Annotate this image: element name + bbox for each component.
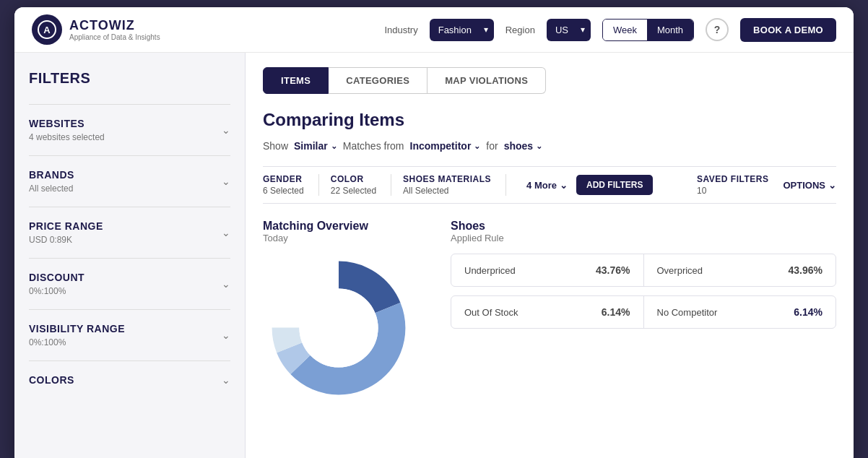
incompetitor-chevron-icon: ⌄ xyxy=(474,142,480,151)
filter-group-discount: DISCOUNT 0%:100% ⌄ xyxy=(29,258,230,309)
overpriced-label: Overpriced xyxy=(657,265,703,276)
donut-chart xyxy=(263,252,415,404)
stat-underpriced: Underpriced 43.76% xyxy=(451,254,644,286)
add-filters-button[interactable]: ADD FILTERS xyxy=(576,175,653,195)
filter-discount-title: DISCOUNT xyxy=(29,272,84,283)
options-label: OPTIONS xyxy=(783,180,825,191)
saved-filters-count: 10 xyxy=(697,186,768,196)
filter-group-websites-header[interactable]: WEBSITES 4 websites selected ⌄ xyxy=(29,118,230,142)
shoes-chevron-icon: ⌄ xyxy=(536,142,542,151)
filter-price-subtitle: USD 0:89K xyxy=(29,235,103,245)
nocompetitor-label: No Competitor xyxy=(657,307,718,318)
stats-area: Shoes Applied Rule Underpriced 43.76% Ov… xyxy=(451,220,836,407)
logo-area: A ACTOWIZ Appliance of Data & Insights xyxy=(32,14,160,45)
filter-brands-title: BRANDS xyxy=(29,169,74,181)
filters-title: FILTERS xyxy=(29,70,230,87)
saved-filters-area: SAVED FILTERS 10 OPTIONS ⌄ xyxy=(697,174,836,196)
colors-chevron-icon: ⌄ xyxy=(222,374,230,386)
logo-text: ACTOWIZ Appliance of Data & Insights xyxy=(69,18,160,41)
shoes-materials-filter: SHOES MATERIALS All Selected xyxy=(403,174,506,196)
week-btn[interactable]: Week xyxy=(603,20,647,40)
similar-label: Similar xyxy=(294,140,328,152)
region-label: Region xyxy=(505,25,535,35)
show-row: Show Similar ⌄ Matches from Incompetitor… xyxy=(263,140,836,152)
header: A ACTOWIZ Appliance of Data & Insights I… xyxy=(14,7,854,53)
overpriced-value: 43.96% xyxy=(789,264,823,276)
saved-filters-label: SAVED FILTERS xyxy=(697,174,768,184)
donut-inner-circle xyxy=(299,288,378,367)
saved-filters-info: SAVED FILTERS 10 xyxy=(697,174,768,196)
show-label: Show xyxy=(263,140,288,152)
outofstock-label: Out Of Stock xyxy=(464,307,518,318)
stats-grid: Underpriced 43.76% Overpriced 43.96% Out… xyxy=(451,254,836,329)
filter-websites-title: WEBSITES xyxy=(29,118,105,129)
similar-dropdown[interactable]: Similar ⌄ xyxy=(294,140,337,152)
shoes-label: shoes xyxy=(504,140,533,152)
filter-group-discount-header[interactable]: DISCOUNT 0%:100% ⌄ xyxy=(29,272,230,296)
filter-bar: GENDER 6 Selected COLOR 22 Selected SHOE… xyxy=(263,166,836,204)
visibility-chevron-icon: ⌄ xyxy=(222,329,230,341)
stats-rule: Applied Rule xyxy=(451,233,836,243)
content-area: ITEMS CATEGORIES MAP VIOLATIONS Comparin… xyxy=(246,53,854,458)
filter-group-price: PRICE RANGE USD 0:89K ⌄ xyxy=(29,207,230,258)
color-filter: COLOR 22 Selected xyxy=(331,174,391,196)
filter-websites-subtitle: 4 websites selected xyxy=(29,132,105,142)
shoes-materials-label: SHOES MATERIALS xyxy=(403,174,491,184)
discount-chevron-icon: ⌄ xyxy=(222,278,230,290)
donut-area: Matching Overview Today xyxy=(263,220,429,407)
incompetitor-dropdown[interactable]: Incompetitor ⌄ xyxy=(410,140,481,152)
tab-categories[interactable]: CATEGORIES xyxy=(329,67,428,94)
filter-group-visibility-header[interactable]: VISIBILITY RANGE 0%:100% ⌄ xyxy=(29,323,230,347)
nocompetitor-value: 6.14% xyxy=(794,306,823,318)
filter-group-colors: COLORS ⌄ xyxy=(29,360,230,399)
tab-map-violations[interactable]: MAP VIOLATIONS xyxy=(428,67,546,94)
logo-icon: A xyxy=(32,14,62,45)
more-button[interactable]: 4 More ⌄ xyxy=(518,180,576,191)
region-select-wrapper[interactable]: US xyxy=(547,19,591,41)
industry-select[interactable]: Fashion xyxy=(430,19,494,41)
book-demo-button[interactable]: BOOK A DEMO xyxy=(740,18,836,42)
incompetitor-label: Incompetitor xyxy=(410,140,472,152)
app-container: A ACTOWIZ Appliance of Data & Insights I… xyxy=(14,7,854,458)
gender-filter-label: GENDER xyxy=(263,174,304,184)
underpriced-label: Underpriced xyxy=(464,265,516,276)
matching-overview-title: Matching Overview xyxy=(263,220,429,233)
filter-group-brands: BRANDS All selected ⌄ xyxy=(29,155,230,207)
outofstock-value: 6.14% xyxy=(602,306,630,318)
help-button[interactable]: ? xyxy=(706,18,729,41)
tabs-row: ITEMS CATEGORIES MAP VIOLATIONS xyxy=(263,67,836,94)
stats-row-2: Out Of Stock 6.14% No Competitor 6.14% xyxy=(451,295,836,329)
underpriced-value: 43.76% xyxy=(596,264,630,276)
more-chevron-icon: ⌄ xyxy=(560,180,568,191)
more-count-label: 4 More xyxy=(526,180,557,191)
filter-group-price-header[interactable]: PRICE RANGE USD 0:89K ⌄ xyxy=(29,220,230,245)
filter-price-title: PRICE RANGE xyxy=(29,220,103,232)
price-chevron-icon: ⌄ xyxy=(222,227,230,238)
filter-group-colors-header[interactable]: COLORS ⌄ xyxy=(29,374,230,386)
filter-group-websites: WEBSITES 4 websites selected ⌄ xyxy=(29,104,230,155)
logo-name: ACTOWIZ xyxy=(69,18,160,33)
brands-chevron-icon: ⌄ xyxy=(222,176,230,187)
filter-brands-subtitle: All selected xyxy=(29,183,74,194)
tab-items[interactable]: ITEMS xyxy=(263,67,329,94)
main-layout: FILTERS WEBSITES 4 websites selected ⌄ B… xyxy=(14,53,854,458)
svg-text:A: A xyxy=(43,25,51,35)
for-label: for xyxy=(486,140,498,152)
week-month-toggle: Week Month xyxy=(602,19,694,41)
industry-label: Industry xyxy=(384,25,417,35)
shoes-materials-value: All Selected xyxy=(403,186,491,196)
month-btn[interactable]: Month xyxy=(647,20,693,40)
options-button[interactable]: OPTIONS ⌄ xyxy=(783,180,836,191)
gender-filter: GENDER 6 Selected xyxy=(263,174,319,196)
filter-group-brands-header[interactable]: BRANDS All selected ⌄ xyxy=(29,169,230,194)
header-controls: Industry Fashion Region US Week Month ? … xyxy=(384,18,836,42)
filter-group-visibility: VISIBILITY RANGE 0%:100% ⌄ xyxy=(29,309,230,360)
websites-chevron-icon: ⌄ xyxy=(222,124,230,136)
region-select[interactable]: US xyxy=(547,19,591,41)
industry-select-wrapper[interactable]: Fashion xyxy=(430,19,494,41)
gender-filter-value: 6 Selected xyxy=(263,186,304,196)
stat-nocompetitor: No Competitor 6.14% xyxy=(644,296,836,328)
matching-overview-subtitle: Today xyxy=(263,233,429,243)
shoes-dropdown[interactable]: shoes ⌄ xyxy=(504,140,542,152)
similar-chevron-icon: ⌄ xyxy=(331,142,337,151)
